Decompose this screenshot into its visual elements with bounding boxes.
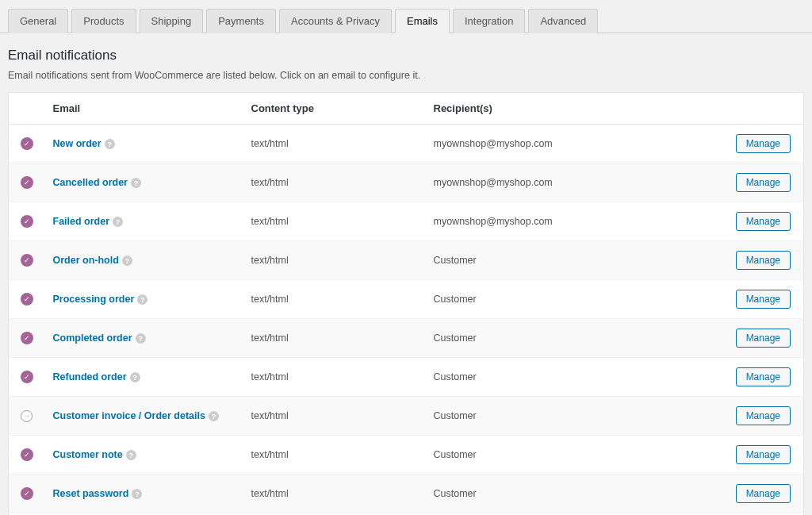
recipient-cell: Customer [426,436,728,475]
manage-button[interactable]: Manage [736,212,791,231]
col-header-email: Email [45,93,243,125]
content-type-cell: text/html [243,163,426,202]
email-link[interactable]: Refunded order [53,371,127,382]
email-link[interactable]: Completed order [53,332,132,344]
table-row: ✓Order on-hold?text/htmlCustomerManage [9,241,804,280]
table-row: ✓Customer note?text/htmlCustomerManage [9,436,804,475]
tab-shipping[interactable]: Shipping [140,9,204,33]
section-title: Email notifications [0,33,812,70]
email-link[interactable]: New order [53,138,102,149]
table-row: ✓Reset password?text/htmlCustomerManage [9,475,804,513]
help-tip-icon[interactable]: ? [136,333,146,344]
email-link[interactable]: Customer note [53,449,123,460]
manage-button[interactable]: Manage [736,134,791,153]
help-tip-icon[interactable]: ? [130,372,140,382]
status-manual-icon: → [21,410,33,422]
help-tip-icon[interactable]: ? [132,489,142,499]
recipient-cell: Customer [426,241,728,280]
manage-button[interactable]: Manage [736,173,791,192]
manage-button[interactable]: Manage [736,484,791,503]
tab-integration[interactable]: Integration [453,9,525,33]
manage-button[interactable]: Manage [736,445,791,464]
content-type-cell: text/html [243,241,426,280]
status-enabled-icon: ✓ [21,487,33,500]
recipient-cell: myownshop@myshop.com [426,125,728,163]
content-type-cell: text/html [243,358,426,397]
section-description: Email notifications sent from WooCommerc… [0,70,812,92]
help-tip-icon[interactable]: ? [105,139,115,149]
help-tip-icon[interactable]: ? [131,178,141,188]
manage-button[interactable]: Manage [736,367,791,386]
email-link[interactable]: Customer invoice / Order details [53,410,205,421]
recipient-cell: Customer [426,358,728,397]
col-header-recipients: Recipient(s) [426,93,728,125]
manage-button[interactable]: Manage [736,406,791,425]
status-enabled-icon: ✓ [21,176,33,189]
recipient-cell: Customer [426,319,728,358]
status-enabled-icon: ✓ [21,215,33,228]
help-tip-icon[interactable]: ? [209,411,219,421]
content-type-cell: text/html [243,475,426,513]
email-link[interactable]: Cancelled order [53,177,128,188]
table-row: ✓Failed order?text/htmlmyownshop@myshop.… [9,202,804,241]
email-link[interactable]: Processing order [53,294,135,305]
content-type-cell: text/html [243,397,426,436]
help-tip-icon[interactable]: ? [122,256,132,266]
col-header-manage [728,93,804,125]
email-link[interactable]: Failed order [53,216,110,227]
tab-accounts-privacy[interactable]: Accounts & Privacy [279,9,392,33]
table-row: ✓Completed order?text/htmlCustomerManage [9,319,804,358]
table-row: ✓Refunded order?text/htmlCustomerManage [9,358,804,397]
help-tip-icon[interactable]: ? [137,294,147,305]
table-row: →Customer invoice / Order details?text/h… [9,397,804,436]
tab-general[interactable]: General [8,9,68,33]
recipient-cell: Customer [426,475,728,513]
status-enabled-icon: ✓ [21,254,33,267]
col-header-status [9,93,45,125]
recipient-cell: myownshop@myshop.com [426,163,728,202]
table-row: ✓Processing order?text/htmlCustomerManag… [9,280,804,319]
table-row: ✓Cancelled order?text/htmlmyownshop@mysh… [9,163,804,202]
content-type-cell: text/html [243,436,426,475]
manage-button[interactable]: Manage [736,290,791,309]
recipient-cell: Customer [426,397,728,436]
status-enabled-icon: ✓ [21,332,33,344]
status-enabled-icon: ✓ [21,448,33,461]
recipient-cell: Customer [426,280,728,319]
tab-advanced[interactable]: Advanced [528,9,598,33]
tab-emails[interactable]: Emails [395,9,450,33]
content-type-cell: text/html [243,280,426,319]
content-type-cell: text/html [243,319,426,358]
table-row: ✓New order?text/htmlmyownshop@myshop.com… [9,125,804,163]
content-type-cell: text/html [243,125,426,163]
col-header-content-type: Content type [243,93,426,125]
status-enabled-icon: ✓ [21,137,33,150]
recipient-cell: myownshop@myshop.com [426,202,728,241]
email-link[interactable]: Reset password [53,488,129,499]
tab-products[interactable]: Products [71,9,136,33]
settings-tabs: GeneralProductsShippingPaymentsAccounts … [0,0,812,33]
content-type-cell: text/html [243,202,426,241]
manage-button[interactable]: Manage [736,329,791,348]
email-link[interactable]: Order on-hold [53,255,119,266]
status-enabled-icon: ✓ [21,371,33,383]
tab-payments[interactable]: Payments [206,9,276,33]
manage-button[interactable]: Manage [736,251,791,270]
help-tip-icon[interactable]: ? [113,217,123,227]
status-enabled-icon: ✓ [21,293,33,306]
email-notifications-table: Email Content type Recipient(s) ✓New ord… [8,92,804,515]
help-tip-icon[interactable]: ? [126,450,136,460]
